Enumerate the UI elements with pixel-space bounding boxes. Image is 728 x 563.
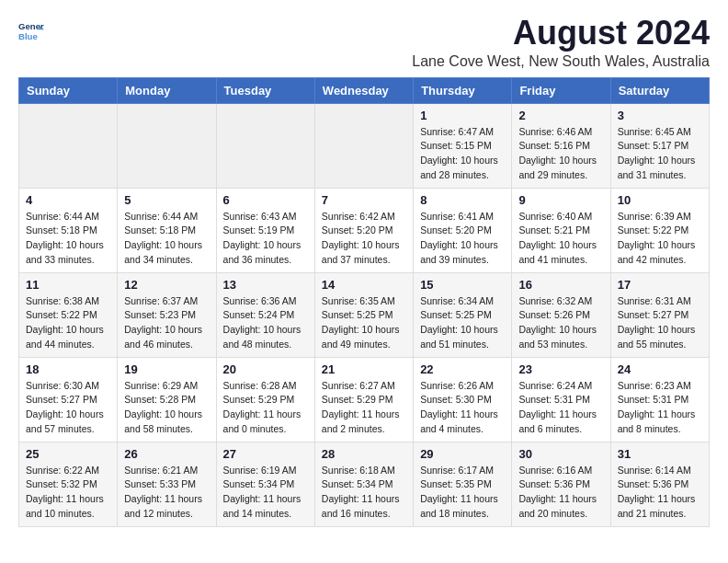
- calendar-cell: 21Sunrise: 6:27 AMSunset: 5:29 PMDayligh…: [314, 357, 413, 442]
- calendar-cell: 11Sunrise: 6:38 AMSunset: 5:22 PMDayligh…: [19, 272, 118, 357]
- calendar-cell: [19, 103, 118, 188]
- cell-info: Sunrise: 6:17 AMSunset: 5:35 PMDaylight:…: [420, 464, 505, 522]
- day-number: 4: [26, 193, 110, 207]
- cell-info: Sunrise: 6:41 AMSunset: 5:20 PMDaylight:…: [420, 210, 505, 268]
- calendar-cell: 5Sunrise: 6:44 AMSunset: 5:18 PMDaylight…: [118, 188, 216, 272]
- calendar-cell: 29Sunrise: 6:17 AMSunset: 5:35 PMDayligh…: [414, 442, 512, 526]
- calendar-cell: 7Sunrise: 6:42 AMSunset: 5:20 PMDaylight…: [314, 188, 413, 272]
- cell-info: Sunrise: 6:28 AMSunset: 5:29 PMDaylight:…: [223, 379, 308, 437]
- cell-info: Sunrise: 6:26 AMSunset: 5:30 PMDaylight:…: [420, 379, 505, 437]
- header: General Blue August 2024 Lane Cove West,…: [18, 15, 710, 70]
- day-number: 18: [26, 362, 110, 376]
- cell-info: Sunrise: 6:45 AMSunset: 5:17 PMDaylight:…: [618, 125, 702, 183]
- day-number: 22: [420, 362, 505, 376]
- cell-info: Sunrise: 6:46 AMSunset: 5:16 PMDaylight:…: [518, 125, 603, 183]
- logo-icon: General Blue: [18, 18, 44, 44]
- calendar-cell: 14Sunrise: 6:35 AMSunset: 5:25 PMDayligh…: [314, 272, 413, 357]
- calendar-cell: 1Sunrise: 6:47 AMSunset: 5:15 PMDaylight…: [414, 103, 512, 188]
- calendar-cell: 9Sunrise: 6:40 AMSunset: 5:21 PMDaylight…: [512, 188, 610, 272]
- cell-info: Sunrise: 6:40 AMSunset: 5:21 PMDaylight:…: [518, 210, 603, 268]
- col-header-sunday: Sunday: [19, 77, 118, 103]
- day-number: 20: [223, 362, 308, 376]
- day-number: 19: [124, 362, 209, 376]
- day-number: 17: [618, 278, 702, 292]
- calendar-cell: 6Sunrise: 6:43 AMSunset: 5:19 PMDaylight…: [216, 188, 314, 272]
- day-number: 21: [322, 362, 406, 376]
- day-number: 8: [420, 193, 505, 207]
- day-number: 29: [420, 447, 505, 461]
- cell-info: Sunrise: 6:34 AMSunset: 5:25 PMDaylight:…: [420, 294, 505, 352]
- day-number: 31: [618, 447, 702, 461]
- cell-info: Sunrise: 6:29 AMSunset: 5:28 PMDaylight:…: [124, 379, 209, 437]
- page-title: August 2024: [412, 15, 710, 52]
- cell-info: Sunrise: 6:31 AMSunset: 5:27 PMDaylight:…: [618, 294, 702, 352]
- day-number: 10: [618, 193, 702, 207]
- col-header-tuesday: Tuesday: [216, 77, 314, 103]
- day-number: 7: [322, 193, 406, 207]
- calendar-cell: 4Sunrise: 6:44 AMSunset: 5:18 PMDaylight…: [19, 188, 118, 272]
- calendar-cell: 23Sunrise: 6:24 AMSunset: 5:31 PMDayligh…: [512, 357, 610, 442]
- week-row-5: 25Sunrise: 6:22 AMSunset: 5:32 PMDayligh…: [19, 442, 710, 526]
- calendar-cell: 10Sunrise: 6:39 AMSunset: 5:22 PMDayligh…: [610, 188, 709, 272]
- calendar-cell: 2Sunrise: 6:46 AMSunset: 5:16 PMDaylight…: [512, 103, 610, 188]
- cell-info: Sunrise: 6:42 AMSunset: 5:20 PMDaylight:…: [322, 210, 406, 268]
- day-number: 26: [124, 447, 209, 461]
- day-number: 13: [223, 278, 308, 292]
- cell-info: Sunrise: 6:36 AMSunset: 5:24 PMDaylight:…: [223, 294, 308, 352]
- calendar-cell: 30Sunrise: 6:16 AMSunset: 5:36 PMDayligh…: [512, 442, 610, 526]
- calendar-cell: 27Sunrise: 6:19 AMSunset: 5:34 PMDayligh…: [216, 442, 314, 526]
- day-number: 25: [26, 447, 110, 461]
- day-number: 14: [322, 278, 406, 292]
- calendar-cell: 22Sunrise: 6:26 AMSunset: 5:30 PMDayligh…: [414, 357, 512, 442]
- day-number: 11: [26, 278, 110, 292]
- col-header-wednesday: Wednesday: [314, 77, 413, 103]
- week-row-1: 1Sunrise: 6:47 AMSunset: 5:15 PMDaylight…: [19, 103, 710, 188]
- cell-info: Sunrise: 6:47 AMSunset: 5:15 PMDaylight:…: [420, 125, 505, 183]
- calendar-cell: [216, 103, 314, 188]
- page-subtitle: Lane Cove West, New South Wales, Austral…: [412, 53, 710, 70]
- calendar-cell: 15Sunrise: 6:34 AMSunset: 5:25 PMDayligh…: [414, 272, 512, 357]
- cell-info: Sunrise: 6:14 AMSunset: 5:36 PMDaylight:…: [618, 464, 702, 522]
- cell-info: Sunrise: 6:23 AMSunset: 5:31 PMDaylight:…: [618, 379, 702, 437]
- day-number: 15: [420, 278, 505, 292]
- col-header-monday: Monday: [118, 77, 216, 103]
- cell-info: Sunrise: 6:44 AMSunset: 5:18 PMDaylight:…: [26, 210, 110, 268]
- calendar-cell: 3Sunrise: 6:45 AMSunset: 5:17 PMDaylight…: [610, 103, 709, 188]
- day-number: 30: [518, 447, 603, 461]
- day-number: 28: [322, 447, 406, 461]
- cell-info: Sunrise: 6:32 AMSunset: 5:26 PMDaylight:…: [518, 294, 603, 352]
- day-number: 9: [518, 193, 603, 207]
- cell-info: Sunrise: 6:24 AMSunset: 5:31 PMDaylight:…: [518, 379, 603, 437]
- cell-info: Sunrise: 6:38 AMSunset: 5:22 PMDaylight:…: [26, 294, 110, 352]
- calendar-cell: 24Sunrise: 6:23 AMSunset: 5:31 PMDayligh…: [610, 357, 709, 442]
- cell-info: Sunrise: 6:18 AMSunset: 5:34 PMDaylight:…: [322, 464, 406, 522]
- cell-info: Sunrise: 6:19 AMSunset: 5:34 PMDaylight:…: [223, 464, 308, 522]
- cell-info: Sunrise: 6:16 AMSunset: 5:36 PMDaylight:…: [518, 464, 603, 522]
- cell-info: Sunrise: 6:44 AMSunset: 5:18 PMDaylight:…: [124, 210, 209, 268]
- day-number: 12: [124, 278, 209, 292]
- calendar-cell: [314, 103, 413, 188]
- calendar-cell: 20Sunrise: 6:28 AMSunset: 5:29 PMDayligh…: [216, 357, 314, 442]
- day-number: 24: [618, 362, 702, 376]
- day-number: 16: [518, 278, 603, 292]
- cell-info: Sunrise: 6:35 AMSunset: 5:25 PMDaylight:…: [322, 294, 406, 352]
- header-row: SundayMondayTuesdayWednesdayThursdayFrid…: [19, 77, 710, 103]
- calendar-cell: 31Sunrise: 6:14 AMSunset: 5:36 PMDayligh…: [610, 442, 709, 526]
- week-row-3: 11Sunrise: 6:38 AMSunset: 5:22 PMDayligh…: [19, 272, 710, 357]
- svg-text:Blue: Blue: [18, 31, 38, 41]
- day-number: 2: [518, 109, 603, 122]
- cell-info: Sunrise: 6:30 AMSunset: 5:27 PMDaylight:…: [26, 379, 110, 437]
- week-row-2: 4Sunrise: 6:44 AMSunset: 5:18 PMDaylight…: [19, 188, 710, 272]
- cell-info: Sunrise: 6:22 AMSunset: 5:32 PMDaylight:…: [26, 464, 110, 522]
- title-area: August 2024 Lane Cove West, New South Wa…: [412, 15, 710, 70]
- col-header-saturday: Saturday: [610, 77, 709, 103]
- cell-info: Sunrise: 6:37 AMSunset: 5:23 PMDaylight:…: [124, 294, 209, 352]
- calendar-cell: [118, 103, 216, 188]
- week-row-4: 18Sunrise: 6:30 AMSunset: 5:27 PMDayligh…: [19, 357, 710, 442]
- logo: General Blue: [18, 18, 44, 44]
- cell-info: Sunrise: 6:39 AMSunset: 5:22 PMDaylight:…: [618, 210, 702, 268]
- calendar-cell: 25Sunrise: 6:22 AMSunset: 5:32 PMDayligh…: [19, 442, 118, 526]
- calendar-cell: 13Sunrise: 6:36 AMSunset: 5:24 PMDayligh…: [216, 272, 314, 357]
- calendar-cell: 12Sunrise: 6:37 AMSunset: 5:23 PMDayligh…: [118, 272, 216, 357]
- day-number: 27: [223, 447, 308, 461]
